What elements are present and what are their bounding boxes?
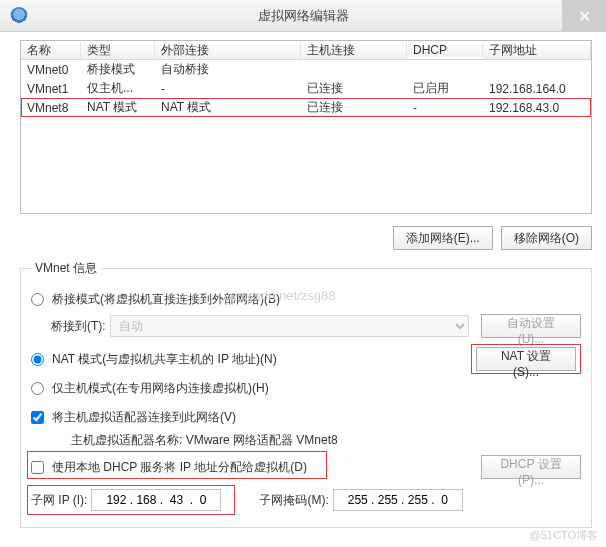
nat-settings-button[interactable]: NAT 设置(S)... [476, 347, 576, 371]
table-row[interactable]: VMnet0 桥接模式 自动桥接 [21, 60, 591, 79]
col-subnet[interactable]: 子网地址 [483, 42, 591, 59]
auto-settings-button[interactable]: 自动设置(U)... [481, 314, 581, 338]
subnet-mask-input[interactable] [333, 489, 463, 511]
table-row[interactable]: VMnet1 仅主机... - 已连接 已启用 192.168.164.0 [21, 79, 591, 98]
subnet-ip-input[interactable] [91, 489, 221, 511]
checkbox-host-adapter[interactable] [31, 411, 44, 424]
dhcp-settings-button[interactable]: DHCP 设置(P)... [481, 455, 581, 479]
checkbox-host-adapter-label: 将主机虚拟适配器连接到此网络(V) [52, 409, 236, 426]
radio-bridge[interactable] [31, 293, 44, 306]
radio-nat[interactable] [31, 353, 44, 366]
radio-hostonly[interactable] [31, 382, 44, 395]
window-title: 虚拟网络编辑器 [0, 7, 606, 25]
radio-bridge-label: 桥接模式(将虚拟机直接连接到外部网络)(B) [52, 291, 280, 308]
subnet-ip-label: 子网 IP (I): [31, 492, 87, 509]
col-host[interactable]: 主机连接 [301, 42, 407, 59]
add-network-button[interactable]: 添加网络(E)... [393, 226, 493, 250]
radio-nat-label: NAT 模式(与虚拟机共享主机的 IP 地址)(N) [52, 351, 277, 368]
radio-hostonly-label: 仅主机模式(在专用网络内连接虚拟机)(H) [52, 380, 269, 397]
fieldset-legend: VMnet 信息 [31, 260, 101, 277]
subnet-mask-label: 子网掩码(M): [259, 492, 328, 509]
vmnet-info-fieldset: VMnet 信息 桥接模式(将虚拟机直接连接到外部网络)(B) 桥接到(T): … [20, 260, 592, 528]
close-button[interactable]: ✕ [562, 0, 606, 32]
col-dhcp[interactable]: DHCP [407, 43, 483, 57]
checkbox-dhcp[interactable] [31, 461, 44, 474]
remove-network-button[interactable]: 移除网络(O) [501, 226, 592, 250]
bridge-to-select[interactable]: 自动 [110, 315, 469, 337]
table-empty-area [21, 117, 591, 213]
adapter-name-line: 主机虚拟适配器名称: VMware 网络适配器 VMnet8 [71, 432, 581, 449]
col-type[interactable]: 类型 [81, 42, 155, 59]
title-bar: 虚拟网络编辑器 ✕ [0, 0, 606, 32]
table-header: 名称 类型 外部连接 主机连接 DHCP 子网地址 [21, 41, 591, 60]
col-ext[interactable]: 外部连接 [155, 42, 301, 59]
checkbox-dhcp-label: 使用本地 DHCP 服务将 IP 地址分配给虚拟机(D) [52, 459, 307, 476]
table-row-selected[interactable]: VMnet8 NAT 模式 NAT 模式 已连接 - 192.168.43.0 [21, 98, 591, 117]
col-name[interactable]: 名称 [21, 42, 81, 59]
bridge-to-label: 桥接到(T): [51, 318, 106, 335]
network-table: 名称 类型 外部连接 主机连接 DHCP 子网地址 VMnet0 桥接模式 自动… [20, 40, 592, 214]
corner-watermark: @51CTO博客 [530, 528, 598, 543]
